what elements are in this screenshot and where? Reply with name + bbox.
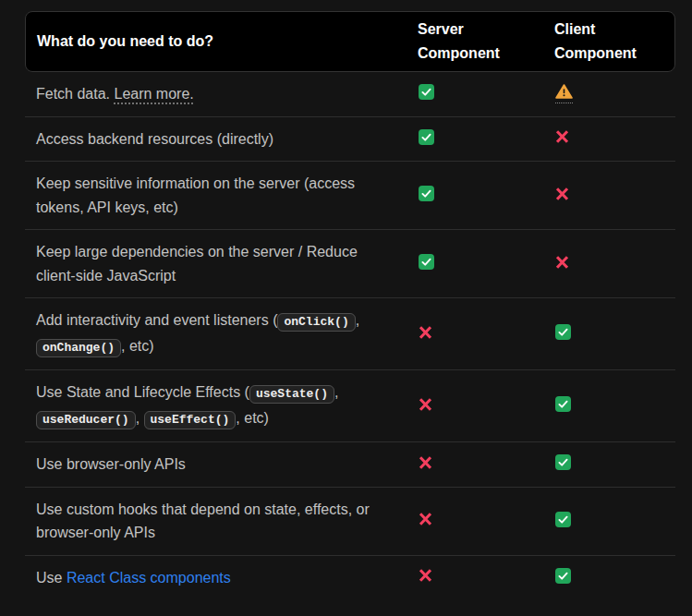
table-row: Use browser-only APIs: [25, 442, 675, 488]
header-server-component: Server Component: [407, 12, 543, 71]
question-cell: Keep large dependencies on the server / …: [25, 240, 406, 287]
check-icon: [419, 186, 434, 201]
question-cell: Add interactivity and event listeners (o…: [25, 308, 406, 359]
server-component-cell: [406, 84, 542, 103]
code-chip: useReducer(): [36, 411, 136, 429]
warning-icon[interactable]: [555, 84, 573, 103]
cross-icon: [419, 568, 432, 583]
react-class-components-link[interactable]: React Class components: [67, 570, 231, 586]
question-text: Access backend resources (directly): [36, 131, 273, 147]
code-chip: useEffect(): [144, 411, 237, 429]
server-component-cell: [406, 254, 542, 273]
server-component-cell: [406, 129, 542, 149]
question-text: ,: [136, 410, 144, 426]
table-row: Use React Class components: [25, 556, 675, 600]
learn-more-link[interactable]: Learn more.: [115, 86, 194, 102]
question-text: Use custom hooks that depend on state, e…: [36, 501, 370, 541]
comparison-table: What do you need to do? Server Component…: [25, 11, 675, 599]
question-cell: Use React Class components: [25, 566, 406, 590]
question-cell: Use browser-only APIs: [25, 453, 406, 477]
check-icon: [419, 254, 434, 270]
question-text: ,: [334, 384, 338, 400]
check-icon: [419, 129, 434, 145]
question-text: Use State and Lifecycle Effects (: [36, 384, 249, 400]
code-chip: onClick(): [277, 313, 355, 332]
question-text: Fetch data.: [36, 86, 115, 102]
question-cell: Fetch data. Learn more.: [25, 82, 406, 106]
table-header: What do you need to do? Server Component…: [25, 11, 675, 72]
check-icon: [555, 512, 571, 527]
cross-icon: [419, 325, 432, 340]
code-chip: useState(): [249, 385, 334, 404]
question-cell: Keep sensitive information on the server…: [25, 172, 406, 219]
cross-icon: [419, 512, 432, 526]
server-component-cell: [406, 568, 542, 586]
header-client-component: Client Component: [543, 12, 674, 71]
check-icon: [555, 454, 571, 470]
question-text: Use browser-only APIs: [36, 456, 186, 472]
server-component-cell: [406, 186, 542, 205]
cross-icon: [555, 129, 569, 144]
client-component-cell: [542, 187, 675, 205]
client-component-cell: [542, 324, 675, 344]
cross-icon: [419, 455, 432, 470]
question-text: ,: [356, 312, 359, 328]
table-row: Add interactivity and event listeners (o…: [25, 298, 675, 370]
table-row: Keep sensitive information on the server…: [25, 162, 675, 230]
cross-icon: [419, 397, 432, 412]
server-component-cell: [406, 397, 542, 416]
check-icon: [555, 324, 571, 340]
server-component-cell: [406, 512, 542, 530]
question-text: Add interactivity and event listeners (: [36, 312, 277, 328]
client-component-cell: [542, 396, 675, 416]
table-body: Fetch data. Learn more.Access backend re…: [25, 72, 675, 599]
table-row: Use custom hooks that depend on state, e…: [25, 488, 675, 556]
question-cell: Use State and Lifecycle Effects (useStat…: [25, 380, 406, 431]
cross-icon: [555, 255, 569, 270]
client-component-cell: [542, 568, 675, 587]
code-chip: onChange(): [36, 339, 121, 357]
cross-icon: [555, 187, 569, 201]
server-component-cell: [406, 455, 542, 474]
question-text: Keep large dependencies on the server / …: [36, 244, 358, 284]
table-row: Fetch data. Learn more.: [25, 72, 675, 117]
client-component-cell: [542, 129, 675, 148]
header-question: What do you need to do?: [26, 24, 407, 59]
question-text: , etc): [236, 410, 269, 426]
question-cell: Use custom hooks that depend on state, e…: [25, 498, 406, 545]
check-icon: [419, 84, 434, 100]
client-component-cell: [542, 512, 675, 531]
client-component-cell: [542, 454, 675, 474]
client-component-cell: [542, 84, 675, 103]
check-icon: [555, 396, 571, 412]
server-component-cell: [406, 325, 542, 344]
question-text: Use: [36, 570, 67, 586]
table-row: Access backend resources (directly): [25, 117, 675, 163]
client-component-cell: [542, 255, 675, 273]
question-text: Keep sensitive information on the server…: [36, 175, 355, 215]
table-row: Use State and Lifecycle Effects (useStat…: [25, 370, 675, 442]
question-text: , etc): [121, 338, 154, 354]
question-cell: Access backend resources (directly): [25, 127, 406, 151]
table-row: Keep large dependencies on the server / …: [25, 230, 675, 298]
check-icon: [555, 568, 571, 584]
